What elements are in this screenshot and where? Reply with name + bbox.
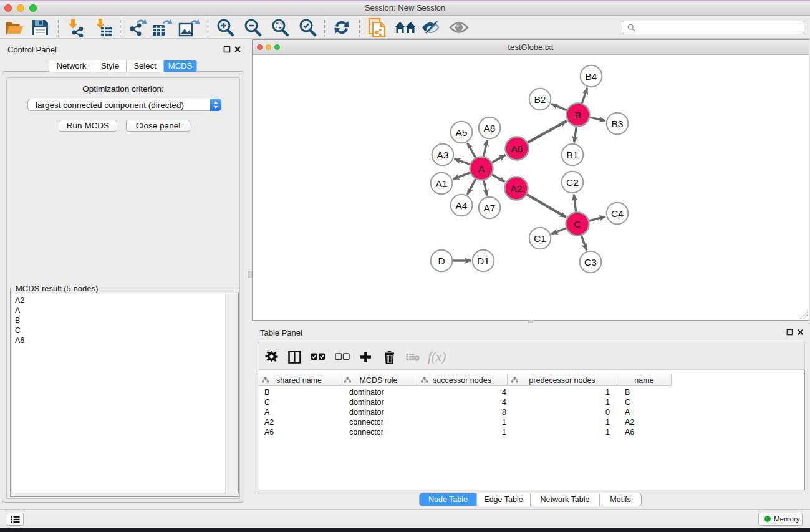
svg-text:A7: A7	[484, 203, 496, 213]
svg-text:A5: A5	[456, 127, 468, 138]
svg-text:A6: A6	[511, 143, 523, 154]
svg-text:D1: D1	[477, 256, 489, 266]
svg-text:B2: B2	[534, 94, 546, 105]
svg-text:C4: C4	[611, 208, 624, 219]
svg-text:C1: C1	[534, 233, 546, 244]
svg-text:C3: C3	[584, 257, 597, 268]
svg-text:A1: A1	[436, 178, 448, 189]
svg-text:B: B	[575, 110, 581, 120]
svg-text:D: D	[438, 256, 445, 266]
svg-text:B4: B4	[586, 71, 597, 82]
svg-text:C2: C2	[566, 177, 579, 188]
svg-text:B1: B1	[567, 150, 579, 160]
svg-text:C: C	[574, 219, 581, 230]
svg-text:A3: A3	[437, 150, 449, 160]
svg-text:A: A	[478, 163, 485, 174]
svg-text:A2: A2	[511, 183, 523, 194]
svg-text:A4: A4	[456, 200, 468, 211]
svg-text:B3: B3	[612, 118, 624, 129]
svg-text:A8: A8	[484, 123, 496, 133]
